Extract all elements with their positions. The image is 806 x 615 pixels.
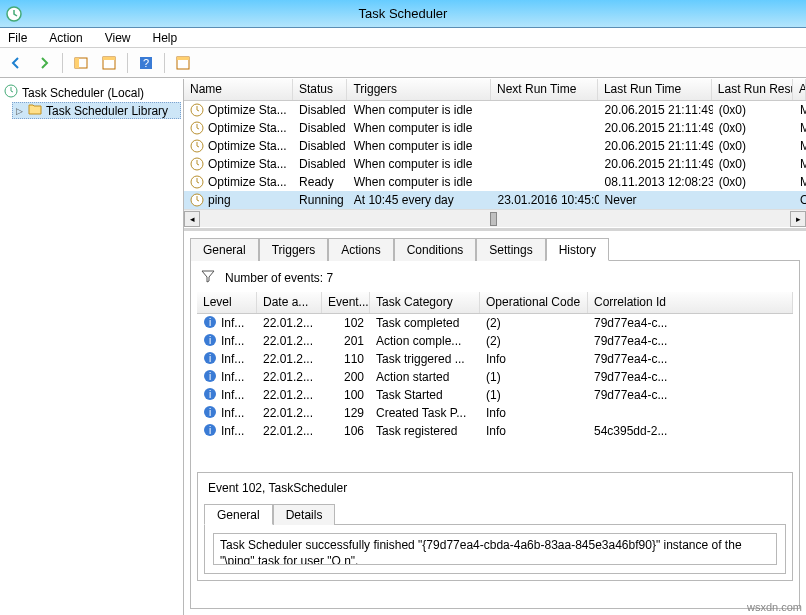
forward-button[interactable]: [32, 51, 56, 75]
hcol-cat[interactable]: Task Category: [370, 292, 480, 313]
task-trigger: When computer is idle: [348, 102, 492, 118]
tab-settings[interactable]: Settings: [476, 238, 545, 261]
col-last-run[interactable]: Last Run Time: [598, 79, 712, 100]
scroll-right-icon[interactable]: ▸: [790, 211, 806, 227]
history-op: (1): [480, 369, 588, 385]
history-row[interactable]: iInf...22.01.2...110Task triggered ...In…: [197, 350, 793, 368]
task-last: 08.11.2013 12:08:23: [599, 174, 713, 190]
history-row[interactable]: iInf...22.01.2...102Task completed(2)79d…: [197, 314, 793, 332]
history-cat: Action started: [370, 369, 480, 385]
history-eid: 201: [322, 333, 370, 349]
clock-icon: [190, 139, 204, 153]
svg-text:?: ?: [143, 57, 149, 69]
history-header: Level Date a... Event... Task Category O…: [197, 292, 793, 314]
history-row[interactable]: iInf...22.01.2...100Task Started(1)79d77…: [197, 386, 793, 404]
hcol-level[interactable]: Level: [197, 292, 257, 313]
scroll-thumb[interactable]: [490, 212, 497, 226]
history-cor: 79d77ea4-c...: [588, 333, 793, 349]
col-author[interactable]: Au: [793, 79, 806, 100]
history-cor: 54c395dd-2...: [588, 423, 793, 439]
task-result: [713, 199, 794, 201]
show-hide-tree-button[interactable]: [69, 51, 93, 75]
refresh-button[interactable]: [171, 51, 195, 75]
hcol-eid[interactable]: Event...: [322, 292, 370, 313]
task-row[interactable]: Optimize Sta...DisabledWhen computer is …: [184, 101, 806, 119]
history-level: Inf...: [221, 424, 244, 438]
menu-file[interactable]: File: [4, 30, 31, 45]
menu-action[interactable]: Action: [45, 30, 86, 45]
properties-button[interactable]: [97, 51, 121, 75]
expand-icon[interactable]: ▷: [14, 106, 24, 116]
task-row[interactable]: Optimize Sta...DisabledWhen computer is …: [184, 119, 806, 137]
col-name[interactable]: Name: [184, 79, 293, 100]
task-status: Disabled: [293, 138, 348, 154]
menu-help[interactable]: Help: [149, 30, 182, 45]
tree-library[interactable]: ▷ Task Scheduler Library: [12, 102, 181, 119]
event-tab-general[interactable]: General: [204, 504, 273, 525]
tab-history[interactable]: History: [546, 238, 609, 261]
task-result: (0x0): [713, 120, 794, 136]
tree-library-label: Task Scheduler Library: [46, 104, 168, 118]
tab-general[interactable]: General: [190, 238, 259, 261]
history-row[interactable]: iInf...22.01.2...200Action started(1)79d…: [197, 368, 793, 386]
task-author: Mi: [794, 120, 806, 136]
task-next: 23.01.2016 10:45:02: [491, 192, 598, 208]
back-button[interactable]: [4, 51, 28, 75]
title-bar: Task Scheduler: [0, 0, 806, 28]
clock-icon: [190, 103, 204, 117]
tab-conditions[interactable]: Conditions: [394, 238, 477, 261]
hcol-date[interactable]: Date a...: [257, 292, 322, 313]
history-cat: Task triggered ...: [370, 351, 480, 367]
task-name: Optimize Sta...: [208, 175, 287, 189]
task-status: Disabled: [293, 102, 348, 118]
col-triggers[interactable]: Triggers: [347, 79, 491, 100]
tab-triggers[interactable]: Triggers: [259, 238, 329, 261]
task-name: Optimize Sta...: [208, 103, 287, 117]
scroll-left-icon[interactable]: ◂: [184, 211, 200, 227]
history-row[interactable]: iInf...22.01.2...201Action comple...(2)7…: [197, 332, 793, 350]
history-level: Inf...: [221, 334, 244, 348]
task-row[interactable]: pingRunningAt 10:45 every day23.01.2016 …: [184, 191, 806, 209]
navigation-tree[interactable]: Task Scheduler (Local) ▷ Task Scheduler …: [0, 79, 184, 615]
history-cor: 79d77ea4-c...: [588, 387, 793, 403]
task-row[interactable]: Optimize Sta...ReadyWhen computer is idl…: [184, 173, 806, 191]
info-icon: i: [203, 423, 217, 440]
svg-text:i: i: [209, 353, 211, 364]
svg-text:i: i: [209, 335, 211, 346]
separator: [127, 53, 128, 73]
filter-icon[interactable]: [201, 269, 215, 286]
horizontal-scrollbar[interactable]: ◂ ▸: [184, 209, 806, 227]
task-result: (0x0): [713, 156, 794, 172]
detail-tabs: General Triggers Actions Conditions Sett…: [190, 237, 800, 261]
task-author: Mi: [794, 174, 806, 190]
hcol-cor[interactable]: Correlation Id: [588, 292, 793, 313]
tab-actions[interactable]: Actions: [328, 238, 393, 261]
task-name: ping: [208, 193, 231, 207]
task-last: Never: [599, 192, 713, 208]
help-button[interactable]: ?: [134, 51, 158, 75]
history-row[interactable]: iInf...22.01.2...129Created Task P...Inf…: [197, 404, 793, 422]
col-next-run[interactable]: Next Run Time: [491, 79, 598, 100]
history-cor: 79d77ea4-c...: [588, 315, 793, 331]
svg-rect-8: [177, 57, 189, 60]
tree-root[interactable]: Task Scheduler (Local): [2, 83, 181, 102]
task-list[interactable]: Name Status Triggers Next Run Time Last …: [184, 79, 806, 228]
col-last-result[interactable]: Last Run Result: [712, 79, 793, 100]
task-trigger: When computer is idle: [348, 138, 492, 154]
task-row[interactable]: Optimize Sta...DisabledWhen computer is …: [184, 137, 806, 155]
hcol-op[interactable]: Operational Code: [480, 292, 588, 313]
task-status: Disabled: [293, 156, 348, 172]
task-trigger: When computer is idle: [348, 120, 492, 136]
event-tab-details[interactable]: Details: [273, 504, 336, 525]
task-last: 20.06.2015 21:11:49: [599, 138, 713, 154]
task-row[interactable]: Optimize Sta...DisabledWhen computer is …: [184, 155, 806, 173]
col-status[interactable]: Status: [293, 79, 348, 100]
svg-text:i: i: [209, 317, 211, 328]
event-detail: Event 102, TaskScheduler General Details…: [197, 472, 793, 581]
task-status: Running: [293, 192, 348, 208]
history-row[interactable]: iInf...22.01.2...106Task registeredInfo5…: [197, 422, 793, 440]
history-cat: Task Started: [370, 387, 480, 403]
history-cor: 79d77ea4-c...: [588, 351, 793, 367]
menu-view[interactable]: View: [101, 30, 135, 45]
history-level: Inf...: [221, 370, 244, 384]
